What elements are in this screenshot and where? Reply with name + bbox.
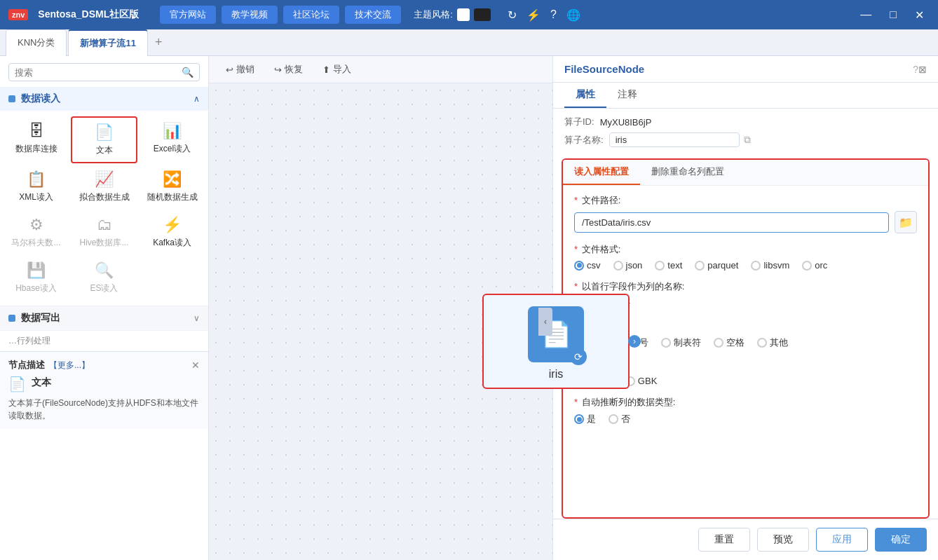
copy-icon[interactable]: ⧉ xyxy=(744,134,751,146)
nav-tech-exchange[interactable]: 技术交流 xyxy=(345,6,401,24)
sidebar-item-random-data-label: 随机数据生成 xyxy=(147,191,198,203)
panel-expand-button[interactable]: ‹ xyxy=(538,308,552,336)
globe-icon[interactable]: 🌐 xyxy=(566,8,580,22)
sidebar-item-text[interactable]: 📄 文本 xyxy=(71,116,137,163)
nav-community[interactable]: 社区论坛 xyxy=(283,6,339,24)
search-bar[interactable]: 🔍 xyxy=(8,63,200,81)
right-panel-title: FileSourceNode xyxy=(564,63,909,75)
additional-row: …行列处理 xyxy=(0,331,208,351)
canvas-main[interactable]: 📄 ⟳ iris › ‹ xyxy=(209,83,552,560)
right-panel-tab-properties[interactable]: 属性 xyxy=(564,83,606,108)
enc-gbk-label: GBK xyxy=(638,376,657,386)
sep-other-dot xyxy=(757,338,767,348)
sidebar-item-mixed-data-label: 拟合数据生成 xyxy=(79,191,130,203)
config-field-auto-detect: * 自动推断列的数据类型: 是 否 xyxy=(574,396,917,425)
sidebar-item-markov-label: 马尔科夫数... xyxy=(11,237,60,249)
titlebar-icons: ↻ ⚡ ? 🌐 xyxy=(508,8,580,22)
sep-other[interactable]: 其他 xyxy=(757,336,788,349)
maximize-button[interactable]: □ xyxy=(884,7,902,23)
auto-yes[interactable]: 是 xyxy=(574,413,596,425)
random-data-icon: 🔀 xyxy=(163,170,182,189)
sidebar-item-excel-label: Excel读入 xyxy=(154,143,191,155)
sidebar-section-data-input-header[interactable]: 数据读入 ∧ xyxy=(0,87,208,111)
sidebar-item-xml-label: XML读入 xyxy=(19,191,53,203)
refresh-icon[interactable]: ↻ xyxy=(508,8,517,22)
node-desc-text: 文本算子(FileSourceNode)支持从HDFS和本地文件读取数据。 xyxy=(8,397,200,422)
sidebar-section-data-output-header[interactable]: 数据写出 ∨ xyxy=(0,306,208,330)
sidebar-item-hive: 🗂 Hive数据库... xyxy=(71,210,137,254)
sidebar-items-data-input: 🗄 数据库连接 📄 文本 📊 Excel读入 📋 XML读入 📈 xyxy=(0,111,208,306)
sidebar-item-mixed-data[interactable]: 📈 拟合数据生成 xyxy=(71,165,137,209)
apply-button[interactable]: 应用 xyxy=(816,528,868,552)
help-icon[interactable]: ? xyxy=(550,8,557,22)
config-tab-rename[interactable]: 删除重命名列配置 xyxy=(640,160,735,185)
minimize-button[interactable]: — xyxy=(855,7,877,23)
required-star-3: * xyxy=(574,281,578,292)
config-tab-read[interactable]: 读入属性配置 xyxy=(563,160,640,185)
nav-official-site[interactable]: 官方网站 xyxy=(160,6,216,24)
node-desc-close-button[interactable]: ✕ xyxy=(191,360,200,371)
format-json-dot xyxy=(613,261,623,271)
sidebar-item-hbase: 💾 Hbase读入 xyxy=(3,256,69,300)
canvas-toolbar: ↩ 撤销 ↪ 恢复 ⬆ 导入 xyxy=(209,56,552,83)
sidebar-item-xml[interactable]: 📋 XML读入 xyxy=(3,165,69,209)
sidebar-item-db-connect[interactable]: 🗄 数据库连接 xyxy=(3,116,69,163)
right-panel-tabs: 属性 注释 xyxy=(553,83,938,109)
right-panel-close-button[interactable]: ⊠ xyxy=(918,64,927,75)
format-parquet[interactable]: parquet xyxy=(695,260,738,271)
theme-check-icon[interactable]: ✓ xyxy=(457,8,470,21)
confirm-button[interactable]: 确定 xyxy=(875,528,927,552)
node-desc-more-link[interactable]: 【更多...】 xyxy=(49,360,90,371)
sidebar-item-random-data[interactable]: 🔀 随机数据生成 xyxy=(139,165,205,209)
undo-button[interactable]: ↩ 撤销 xyxy=(220,60,260,78)
required-star-2: * xyxy=(574,244,578,254)
right-panel-help-icon[interactable]: ? xyxy=(913,64,918,75)
format-json[interactable]: json xyxy=(613,260,643,271)
format-csv-dot xyxy=(574,261,584,271)
close-button[interactable]: ✕ xyxy=(909,7,930,23)
format-text[interactable]: text xyxy=(655,260,682,271)
right-panel-tab-notes[interactable]: 注释 xyxy=(606,83,648,108)
tab-add-button[interactable]: + xyxy=(149,35,168,50)
share-icon[interactable]: ⚡ xyxy=(526,8,541,22)
sep-tab[interactable]: 制表符 xyxy=(661,336,701,349)
canvas-node-label: iris xyxy=(549,368,563,381)
tab-knn[interactable]: KNN分类 xyxy=(6,29,67,56)
import-button[interactable]: ⬆ 导入 xyxy=(317,60,357,78)
preview-button[interactable]: 预览 xyxy=(757,528,809,552)
nav-tutorial-video[interactable]: 教学视频 xyxy=(222,6,278,24)
canvas-node-iris[interactable]: 📄 ⟳ iris › xyxy=(482,294,630,389)
sep-space[interactable]: 空格 xyxy=(714,336,745,349)
enc-gbk[interactable]: GBK xyxy=(625,376,657,386)
format-orc[interactable]: orc xyxy=(802,260,827,271)
format-libsvm-dot xyxy=(751,261,761,271)
canvas-right-arrow[interactable]: › xyxy=(628,335,641,348)
format-csv[interactable]: csv xyxy=(574,260,601,271)
redo-button[interactable]: ↪ 恢复 xyxy=(269,60,308,78)
auto-no-label: 否 xyxy=(621,413,630,425)
required-star-6: * xyxy=(574,397,578,407)
sidebar-item-excel[interactable]: 📊 Excel读入 xyxy=(139,116,205,163)
file-format-label: * 文件格式: xyxy=(574,243,917,256)
markov-icon: ⚙ xyxy=(29,216,43,234)
auto-no[interactable]: 否 xyxy=(609,413,630,425)
reset-button[interactable]: 重置 xyxy=(698,528,750,552)
format-parquet-label: parquet xyxy=(707,260,738,271)
file-path-input-row: 📁 xyxy=(574,211,917,233)
sidebar-item-text-label: 文本 xyxy=(96,144,113,156)
browse-button[interactable]: 📁 xyxy=(895,211,917,233)
node-desc-name-row: 📄 文本 xyxy=(8,376,200,392)
tab-new-flow[interactable]: 新增算子流11 xyxy=(68,29,147,56)
node-desc-title-row: 节点描述 【更多...】 xyxy=(8,359,90,371)
sidebar-item-kafka[interactable]: ⚡ Kafka读入 xyxy=(139,210,205,254)
node-name-input[interactable] xyxy=(609,132,740,147)
tab-knn-label: KNN分类 xyxy=(18,36,55,49)
titlebar: znv Sentosa_DSML社区版 官方网站 教学视频 社区论坛 技术交流 … xyxy=(0,0,938,29)
file-format-label-text: 文件格式: xyxy=(582,244,621,254)
format-libsvm[interactable]: libsvm xyxy=(751,260,789,271)
sidebar-item-kafka-label: Kafka读入 xyxy=(153,237,191,249)
file-path-input[interactable] xyxy=(574,212,889,233)
theme-dark-icon[interactable] xyxy=(474,8,491,21)
canvas-area: ↩ 撤销 ↪ 恢复 ⬆ 导入 📄 ⟳ iris xyxy=(209,56,552,560)
search-input[interactable] xyxy=(15,67,182,78)
